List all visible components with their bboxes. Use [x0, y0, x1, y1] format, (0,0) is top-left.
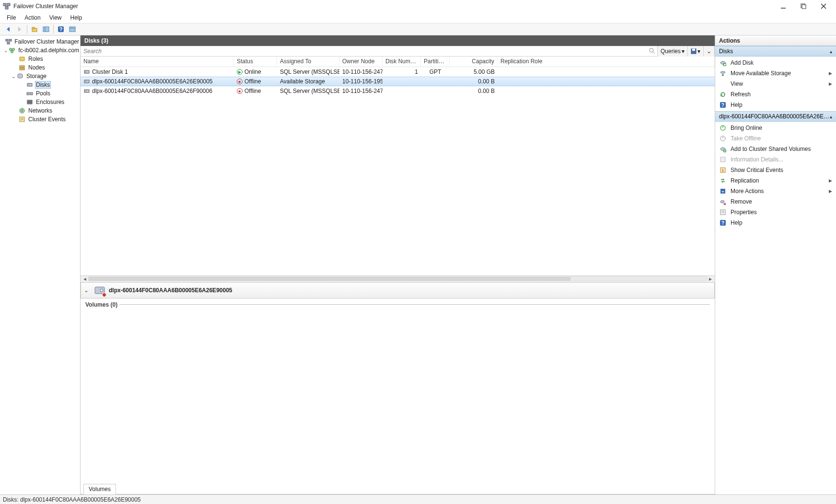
- tree-cluster-events[interactable]: Cluster Events: [0, 115, 80, 124]
- col-status[interactable]: Status: [234, 57, 277, 67]
- tree-roles[interactable]: Roles: [0, 55, 80, 63]
- disks-header: Disks (3): [81, 35, 715, 46]
- scroll-track[interactable]: [88, 276, 707, 281]
- forward-button[interactable]: [14, 24, 25, 34]
- tree-root[interactable]: Failover Cluster Manager: [0, 37, 80, 46]
- menu-help[interactable]: Help: [67, 13, 86, 22]
- chevron-down-icon: ▾: [697, 48, 700, 55]
- volumes-header-label: Volumes (0): [85, 301, 117, 308]
- owner-cell: 10-110-156-247: [339, 69, 383, 75]
- tree-label: Networks: [27, 107, 53, 114]
- action-refresh[interactable]: Refresh: [715, 89, 836, 100]
- partition-style-cell: GPT: [421, 69, 450, 75]
- twisty-expanded-icon[interactable]: ⌄: [11, 74, 16, 79]
- action-help[interactable]: ? Help: [715, 100, 836, 110]
- col-ps[interactable]: Partition Style: [421, 57, 450, 67]
- help-icon: ?: [719, 101, 727, 109]
- svg-rect-22: [20, 68, 24, 70]
- col-assigned[interactable]: Assigned To: [277, 57, 339, 67]
- scroll-right-arrow[interactable]: ▸: [707, 275, 714, 282]
- action-bring-online[interactable]: Bring Online: [715, 123, 836, 133]
- replication-icon: [719, 177, 727, 184]
- show-hide-button[interactable]: [41, 24, 51, 34]
- collapse-icon[interactable]: ▴: [830, 49, 832, 54]
- details-header: ⌄ dlpx-600144F0C80AAA6B00005E6A26E90005: [81, 282, 715, 298]
- svg-point-60: [720, 201, 724, 203]
- horizontal-scrollbar[interactable]: ◂ ▸: [81, 275, 715, 282]
- expand-query-button[interactable]: ⌄: [704, 46, 715, 57]
- queries-label: Queries: [661, 48, 681, 55]
- tree-cluster[interactable]: ⌄ fc-ib002.ad.delphix.com: [0, 46, 80, 55]
- menu-view[interactable]: View: [46, 13, 66, 22]
- tree-pools[interactable]: Pools: [0, 89, 80, 98]
- action-properties[interactable]: Properties: [715, 207, 836, 218]
- details-name: dlpx-600144F0C80AAA6B00005E6A26E90005: [109, 287, 232, 294]
- capacity-cell: 5.00 GB: [450, 69, 498, 75]
- action-view[interactable]: View ▶: [715, 79, 836, 89]
- col-owner[interactable]: Owner Node: [339, 57, 383, 67]
- close-button[interactable]: [817, 1, 830, 11]
- col-capacity[interactable]: Capacity: [450, 57, 498, 67]
- scroll-thumb[interactable]: [89, 277, 570, 281]
- actions-list-selected: Bring Online Take Offline Add to Cluster…: [715, 122, 836, 229]
- svg-point-49: [720, 71, 725, 73]
- action-more-actions[interactable]: More Actions ▶: [715, 186, 836, 196]
- remove-icon: [719, 198, 727, 206]
- action-remove[interactable]: Remove: [715, 196, 836, 207]
- assigned-cell: Available Storage: [277, 78, 339, 85]
- disk-row[interactable]: dlpx-600144F0C80AAA6B00005E6A26F90006■Of…: [81, 86, 715, 96]
- action-replication[interactable]: Replication ▶: [715, 175, 836, 186]
- disk-name: Cluster Disk 1: [92, 69, 128, 75]
- tree-networks[interactable]: Networks: [0, 106, 80, 115]
- tree-enclosures[interactable]: Enclosures: [0, 98, 80, 106]
- action-label: Help: [731, 102, 743, 108]
- more-actions-icon: [719, 187, 727, 195]
- svg-rect-7: [32, 27, 35, 29]
- assigned-cell: SQL Server (MSSQLSERV...: [277, 88, 339, 94]
- save-query-button[interactable]: ▾: [688, 46, 704, 57]
- action-move-storage[interactable]: Move Available Storage ▶: [715, 68, 836, 79]
- scroll-left-arrow[interactable]: ◂: [81, 275, 88, 282]
- action-label: Show Critical Events: [731, 167, 783, 173]
- svg-point-46: [100, 289, 103, 292]
- col-disknum[interactable]: Disk Number: [383, 57, 421, 67]
- chevron-down-icon[interactable]: ⌄: [84, 287, 91, 294]
- submenu-arrow-icon: ▶: [829, 81, 832, 86]
- action-help2[interactable]: ? Help: [715, 218, 836, 228]
- actions-group-selected[interactable]: dlpx-600144F0C80AAA6B00005E6A26E90005 ▴: [715, 111, 836, 122]
- minimize-button[interactable]: [777, 1, 790, 11]
- disk-row[interactable]: dlpx-600144F0C80AAA6B00005E6A26E90005■Of…: [81, 77, 715, 86]
- actions-group-disks[interactable]: Disks ▴: [715, 46, 836, 57]
- volumes-header: Volumes (0): [85, 301, 710, 308]
- search-icon[interactable]: [649, 47, 655, 54]
- queries-dropdown[interactable]: Queries ▾: [658, 46, 688, 57]
- tree-nodes[interactable]: Nodes: [0, 63, 80, 72]
- status-text: Disks: dlpx-600144F0C80AAA6B00005E6A26E9…: [3, 496, 141, 503]
- svg-text:?: ?: [721, 220, 724, 226]
- tree-disks[interactable]: Disks: [0, 80, 80, 89]
- cluster-icon: [9, 46, 16, 54]
- col-name[interactable]: Name: [81, 57, 234, 67]
- svg-rect-32: [20, 117, 24, 122]
- svg-rect-12: [70, 27, 75, 32]
- action-add-disk[interactable]: Add Disk: [715, 57, 836, 68]
- col-replication[interactable]: Replication Role: [498, 57, 715, 67]
- tree-storage[interactable]: ⌄ Storage: [0, 72, 80, 80]
- up-button[interactable]: [29, 24, 40, 34]
- refresh-button[interactable]: [67, 24, 78, 34]
- twisty-expanded-icon[interactable]: ⌄: [3, 48, 9, 53]
- collapse-icon[interactable]: ▴: [830, 114, 832, 119]
- action-show-critical-events[interactable]: ! Show Critical Events: [715, 165, 836, 175]
- search-input[interactable]: [81, 46, 657, 56]
- menu-action[interactable]: Action: [21, 13, 44, 22]
- toolbar: ?: [0, 23, 836, 35]
- menu-file[interactable]: File: [3, 13, 20, 22]
- back-button[interactable]: [3, 24, 13, 34]
- disk-row[interactable]: Cluster Disk 1▶OnlineSQL Server (MSSQLSE…: [81, 67, 715, 77]
- action-add-csv[interactable]: Add to Cluster Shared Volumes: [715, 144, 836, 154]
- help-button[interactable]: ?: [56, 24, 66, 34]
- disk-icon: [83, 69, 90, 75]
- tab-volumes[interactable]: Volumes: [83, 484, 116, 494]
- bring-online-icon: [719, 124, 727, 132]
- maximize-button[interactable]: [797, 1, 810, 11]
